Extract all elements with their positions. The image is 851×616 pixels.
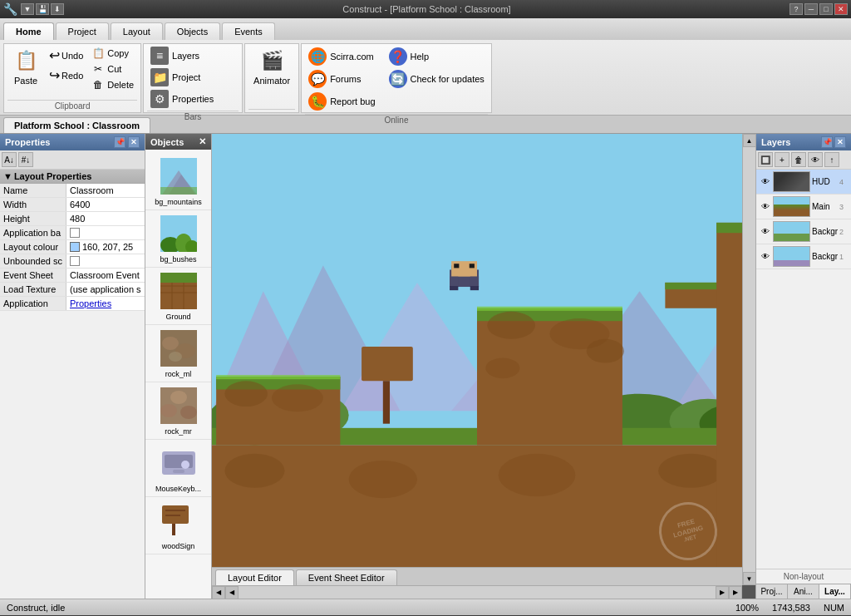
obj-rock-mr[interactable]: rock_mr [145, 382, 211, 440]
tab-events[interactable]: Events [222, 22, 275, 40]
close-btn[interactable]: ✕ [834, 3, 848, 15]
prop-value-name[interactable]: Classroom [66, 184, 145, 197]
obj-bg-bushes[interactable]: bg_bushes [145, 210, 211, 268]
unbounded-checkbox[interactable] [70, 256, 80, 266]
redo-button[interactable]: ↪ Redo [47, 66, 85, 85]
ribbon-group-animator: 🎬 Animator [244, 43, 299, 113]
canvas-scroll-horizontal[interactable]: ◀ ◀ ▶ ▶ [212, 585, 742, 599]
canvas-area[interactable]: FREE LOADING .NET ▲ ▼ ◀ ◀ ▶ ▶ Layout Edi… [212, 134, 755, 599]
project-icon: 📁 [150, 68, 169, 86]
prop-row-unbounded: Unbounded sc [0, 254, 145, 269]
layer-eye-btn[interactable]: 👁 [808, 152, 823, 167]
forums-label: Forums [330, 74, 361, 84]
properties-pin-btn[interactable]: 📌 [114, 136, 125, 148]
prop-sort-num-btn[interactable]: #↓ [18, 152, 33, 167]
coordinates: 1743,583 [772, 603, 810, 613]
prop-value-eventsheet[interactable]: Classroom Event [66, 269, 145, 282]
scroll-down-btn[interactable]: ▼ [743, 572, 756, 585]
layer-add-btn[interactable]: + [775, 152, 790, 167]
layers-close-btn[interactable]: ✕ [834, 136, 846, 148]
save-btn[interactable]: 💾 [36, 3, 49, 15]
objects-title: Objects [150, 137, 184, 147]
tab-home[interactable]: Home [3, 22, 54, 40]
online-col-left: 🌐 Scirra.com 💬 Forums 🐛 Report bug [305, 46, 378, 112]
undo-button[interactable]: ↩ Undo [47, 46, 85, 65]
quick-access-btn[interactable]: ⬇ [51, 3, 64, 15]
layer-hud[interactable]: 👁 HUD 4 [756, 170, 851, 195]
layer-bg1[interactable]: 👁 Backgro... 2 [756, 219, 851, 244]
restore-btn[interactable]: □ [819, 3, 833, 15]
animator-button[interactable]: 🎬 Animator [248, 46, 295, 87]
colour-preview[interactable] [70, 242, 80, 252]
cut-button[interactable]: ✂ Cut [88, 62, 137, 76]
prop-value-height[interactable]: 480 [66, 212, 145, 225]
report-bug-button[interactable]: 🐛 Report bug [305, 91, 378, 112]
layout-editor-tab[interactable]: Layout Editor [215, 569, 294, 585]
objects-close-btn[interactable]: ✕ [199, 136, 206, 147]
delete-button[interactable]: 🗑 Delete [88, 77, 137, 92]
svg-point-51 [272, 384, 323, 411]
properties-bar-btn[interactable]: ⚙ Properties [147, 89, 217, 109]
animator-group-label [248, 109, 295, 111]
scroll-left2-btn[interactable]: ◀ [225, 586, 239, 599]
ribbon-group-online: 🌐 Scirra.com 💬 Forums 🐛 Report bug [301, 43, 492, 113]
proj-tab[interactable]: Proj... [756, 584, 788, 599]
scroll-right-btn[interactable]: ▶ [716, 586, 729, 599]
prop-value-application[interactable]: Properties [66, 297, 145, 310]
objects-list[interactable]: bg_mountains bg_bushes Ground [145, 150, 211, 599]
layer-hud-vis[interactable]: 👁 [760, 176, 771, 188]
tab-objects[interactable]: Objects [165, 22, 220, 40]
layer-bg1-vis[interactable]: 👁 [760, 226, 771, 238]
prop-value-appbg[interactable] [66, 226, 145, 239]
layer-bg2[interactable]: 👁 Backgro... 1 [756, 244, 851, 269]
layer-up-btn[interactable]: ↑ [824, 152, 839, 167]
scroll-up-btn[interactable]: ▲ [743, 134, 756, 147]
layers-pin-btn[interactable]: 📌 [821, 136, 833, 148]
layer-main[interactable]: 👁 Main 3 [756, 195, 851, 219]
prop-value-colour[interactable]: 160, 207, 25 [66, 240, 145, 254]
scroll-left-nav-btn[interactable]: ◀ [212, 586, 225, 599]
prop-value-unbounded[interactable] [66, 254, 145, 268]
scirra-button[interactable]: 🌐 Scirra.com [305, 46, 378, 67]
properties-scroll[interactable]: ▼ Layout Properties Name Classroom Width… [0, 170, 145, 599]
forums-button[interactable]: 💬 Forums [305, 68, 378, 90]
project-bar-btn[interactable]: 📁 Project [147, 67, 204, 87]
updates-button[interactable]: 🔄 Check for updates [386, 68, 488, 90]
ribbon-content: 📋 Paste ↩ Undo ↪ Redo [0, 40, 851, 115]
layer-main-vis[interactable]: 👁 [760, 201, 771, 213]
ani-tab[interactable]: Ani... [788, 584, 819, 599]
properties-link[interactable]: Properties [70, 298, 111, 308]
properties-close-btn[interactable]: ✕ [128, 136, 140, 148]
properties-panel: Properties 📌 ✕ A↓ #↓ ▼ Layout Properties… [0, 134, 145, 599]
minimize-btn[interactable]: ─ [804, 3, 818, 15]
prop-label-colour: Layout colour [0, 240, 66, 254]
layer-delete-btn[interactable]: 🗑 [791, 152, 806, 167]
help-icon-btn[interactable]: ? [790, 3, 803, 15]
event-sheet-tab[interactable]: Event Sheet Editor [296, 569, 397, 585]
paste-button[interactable]: 📋 Paste [7, 46, 44, 87]
copy-button[interactable]: 📋 Copy [88, 46, 137, 61]
canvas-scroll-vertical[interactable]: ▲ ▼ [742, 134, 755, 585]
layer-bg2-vis[interactable]: 👁 [760, 251, 771, 263]
classroom-tab[interactable]: Platform School : Classroom [3, 117, 150, 133]
prop-sort-az-btn[interactable]: A↓ [2, 152, 17, 167]
menu-btn[interactable]: ▼ [21, 3, 34, 15]
svg-point-50 [224, 381, 267, 407]
lay-tab[interactable]: Lay... [819, 584, 851, 599]
prop-value-loadtex[interactable]: (use application s [66, 283, 145, 296]
obj-rock-ml[interactable]: rock_ml [145, 325, 211, 382]
tab-layout[interactable]: Layout [111, 22, 163, 40]
help-button[interactable]: ❓ Help [386, 46, 488, 67]
obj-woodsign[interactable]: woodSign [145, 497, 211, 554]
obj-ground[interactable]: Ground [145, 268, 211, 325]
appbg-checkbox[interactable] [70, 228, 80, 238]
obj-bg-mountains[interactable]: bg_mountains [145, 153, 211, 210]
layer-bg1-thumb [773, 221, 810, 242]
layer-mode-btn[interactable]: 🔲 [758, 152, 773, 167]
layers-bar-btn[interactable]: ≡ Layers [147, 46, 203, 66]
tab-project[interactable]: Project [56, 22, 109, 40]
svg-rect-27 [172, 524, 175, 535]
scroll-right2-btn[interactable]: ▶ [729, 586, 742, 599]
prop-value-width[interactable]: 6400 [66, 198, 145, 211]
obj-mousekeyb[interactable]: MouseKeyb... [145, 440, 211, 497]
